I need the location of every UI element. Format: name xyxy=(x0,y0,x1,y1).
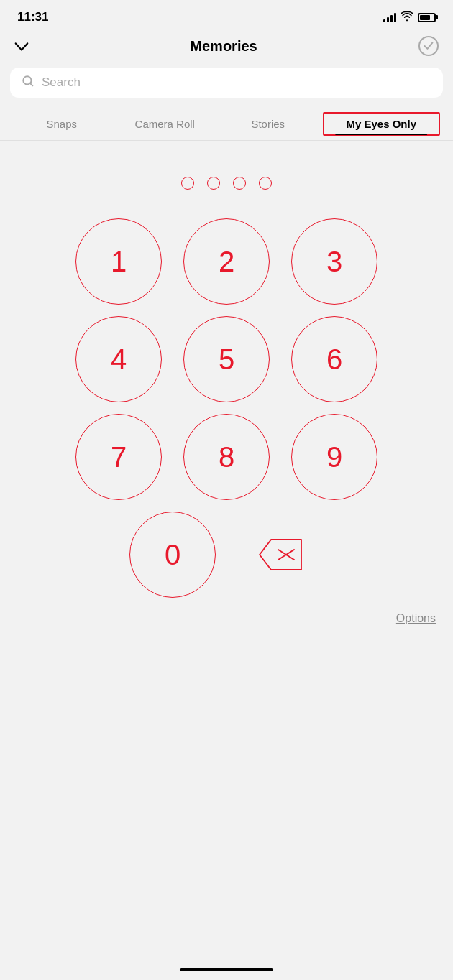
tabs-bar: Snaps Camera Roll Stories My Eyes Only xyxy=(0,108,453,141)
status-time: 11:31 xyxy=(17,10,48,24)
pin-dot-4 xyxy=(259,177,272,190)
numpad: 1 2 3 4 5 6 7 8 9 0 xyxy=(0,218,453,598)
numpad-row-4: 0 xyxy=(129,512,324,598)
backspace-button[interactable] xyxy=(237,512,324,598)
page-title: Memories xyxy=(190,38,257,55)
battery-icon xyxy=(418,13,436,22)
tab-snaps[interactable]: Snaps xyxy=(10,111,114,137)
numpad-row-1: 1 2 3 xyxy=(76,218,378,305)
backspace-icon xyxy=(258,538,303,571)
numpad-5[interactable]: 5 xyxy=(183,316,270,402)
numpad-0[interactable]: 0 xyxy=(129,512,216,598)
status-bar: 11:31 xyxy=(0,0,453,30)
numpad-8[interactable]: 8 xyxy=(183,414,270,500)
check-button[interactable] xyxy=(418,36,439,56)
pin-dots xyxy=(0,141,453,218)
home-indicator xyxy=(180,968,273,971)
numpad-row-3: 7 8 9 xyxy=(76,414,378,500)
numpad-row-2: 4 5 6 xyxy=(76,316,378,402)
pin-dot-2 xyxy=(207,177,220,190)
search-icon xyxy=(22,75,35,91)
numpad-9[interactable]: 9 xyxy=(291,414,378,500)
numpad-6[interactable]: 6 xyxy=(291,316,378,402)
pin-dot-1 xyxy=(181,177,194,190)
pin-dot-3 xyxy=(233,177,246,190)
search-bar[interactable]: Search xyxy=(10,68,443,98)
numpad-7[interactable]: 7 xyxy=(76,414,162,500)
signal-icon xyxy=(383,12,396,22)
options-link[interactable]: Options xyxy=(0,598,453,625)
header: Memories xyxy=(0,30,453,65)
tab-camera-roll[interactable]: Camera Roll xyxy=(114,111,217,137)
numpad-4[interactable]: 4 xyxy=(76,316,162,402)
status-icons xyxy=(383,11,436,24)
numpad-1[interactable]: 1 xyxy=(76,218,162,305)
tab-stories[interactable]: Stories xyxy=(216,111,320,137)
tab-my-eyes-only[interactable]: My Eyes Only xyxy=(323,112,441,136)
wifi-icon xyxy=(401,11,413,24)
numpad-3[interactable]: 3 xyxy=(291,218,378,305)
back-chevron[interactable] xyxy=(14,36,29,56)
search-placeholder: Search xyxy=(42,75,81,90)
numpad-2[interactable]: 2 xyxy=(183,218,270,305)
